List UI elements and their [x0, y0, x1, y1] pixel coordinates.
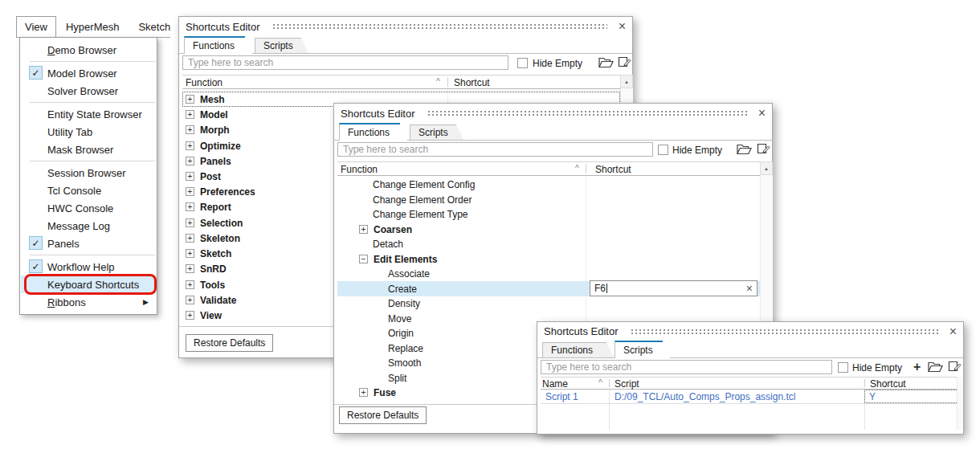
tree-item-label[interactable]: SnRD: [200, 263, 227, 275]
expand-icon[interactable]: +: [186, 141, 194, 150]
restore-defaults-button[interactable]: Restore Defaults: [339, 406, 427, 424]
menu-item-solver-browser[interactable]: Solver Browser: [21, 82, 156, 100]
collapse-icon[interactable]: −: [359, 255, 368, 263]
tree-item-label[interactable]: Selection: [200, 218, 243, 229]
menu-item-keyboard-shortcuts[interactable]: Keyboard Shortcuts: [21, 276, 156, 293]
tree-item-label[interactable]: Skeleton: [200, 233, 240, 244]
tree-item-label[interactable]: Mesh: [200, 94, 225, 105]
hide-empty-checkbox[interactable]: [517, 58, 528, 68]
expand-icon[interactable]: +: [186, 280, 194, 289]
tree-row-change-element-config[interactable]: Change Element Config: [337, 177, 760, 192]
hide-empty-checkbox[interactable]: [658, 145, 668, 155]
column-header-name[interactable]: Name: [542, 378, 568, 390]
scrollbar-track[interactable]: [957, 377, 963, 430]
menu-item-panels[interactable]: ✓ Panels: [21, 235, 156, 252]
menu-item-session-browser[interactable]: Session Browser: [21, 164, 156, 182]
tree-item-label[interactable]: Change Element Order: [373, 194, 472, 206]
tree-item-label[interactable]: Coarsen: [374, 224, 412, 235]
menu-view[interactable]: View: [16, 16, 56, 37]
search-input[interactable]: [182, 55, 508, 70]
tree-item-label[interactable]: Move: [388, 313, 411, 325]
expand-icon[interactable]: +: [186, 157, 194, 165]
script-path-cell[interactable]: D:/09_TCL/Auto_Comps_Props_assign.tcl: [615, 391, 795, 402]
drag-handle-dots[interactable]: [631, 329, 938, 336]
tab-functions[interactable]: Functions: [542, 342, 606, 357]
tree-row-density[interactable]: Density: [337, 296, 760, 311]
column-header-function[interactable]: Function: [186, 77, 223, 88]
tree-item-label[interactable]: Panels: [200, 156, 231, 167]
restore-defaults-button[interactable]: Restore Defaults: [186, 334, 273, 352]
tree-row-detach[interactable]: Detach: [337, 236, 760, 251]
tree-item-label[interactable]: Density: [388, 298, 420, 309]
menu-item-ribbons[interactable]: Ribbons ▶: [21, 293, 156, 311]
expand-icon[interactable]: +: [186, 311, 194, 320]
expand-icon[interactable]: +: [186, 296, 194, 304]
tree-item-label[interactable]: Split: [388, 373, 406, 384]
scroll-up-button[interactable]: ▲: [760, 161, 773, 175]
menu-item-tcl-console[interactable]: Tcl Console: [21, 182, 156, 199]
tab-functions[interactable]: Functions: [339, 123, 400, 141]
close-icon[interactable]: ×: [758, 107, 766, 120]
column-header-script[interactable]: Script: [615, 378, 639, 390]
menu-item-message-log[interactable]: Message Log: [21, 217, 156, 235]
close-icon[interactable]: ×: [949, 325, 957, 338]
search-input[interactable]: [337, 142, 653, 157]
expand-icon[interactable]: +: [186, 187, 194, 196]
clear-icon[interactable]: ×: [746, 283, 753, 294]
open-folder-icon[interactable]: [598, 57, 614, 68]
export-shortcuts-icon[interactable]: [617, 56, 632, 68]
open-folder-icon[interactable]: [928, 361, 943, 373]
tree-item-label[interactable]: View: [200, 310, 222, 321]
tree-item-label[interactable]: Change Element Config: [373, 179, 475, 190]
menu-item-demo-browser[interactable]: Demo Browser: [21, 41, 156, 59]
column-header-function[interactable]: Function: [341, 164, 378, 175]
tree-row-change-element-type[interactable]: Change Element Type: [337, 206, 760, 222]
titlebar[interactable]: Shortcuts Editor ×: [334, 104, 772, 123]
tree-item-label[interactable]: Replace: [388, 343, 423, 354]
tree-item-label[interactable]: Post: [200, 171, 221, 182]
expand-icon[interactable]: +: [186, 125, 194, 134]
tree-item-label[interactable]: Smooth: [388, 357, 421, 369]
tree-item-label[interactable]: Detach: [373, 239, 403, 250]
menu-item-model-browser[interactable]: ✓ Model Browser: [21, 64, 156, 82]
menu-item-mask-browser[interactable]: Mask Browser: [21, 141, 156, 158]
drag-handle-dots[interactable]: [273, 24, 607, 31]
tree-item-label[interactable]: Report: [200, 202, 231, 213]
tree-item-label[interactable]: Edit Elements: [374, 254, 437, 265]
column-divider[interactable]: [586, 164, 586, 173]
expand-icon[interactable]: +: [186, 172, 194, 181]
expand-icon[interactable]: +: [186, 264, 194, 273]
tree-item-label[interactable]: Origin: [388, 328, 414, 339]
tab-scripts[interactable]: Scripts: [410, 124, 456, 140]
tree-item-label[interactable]: Model: [200, 109, 228, 120]
tree-row-coarsen[interactable]: +Coarsen: [337, 222, 760, 237]
tree-row-edit-elements[interactable]: −Edit Elements: [337, 251, 760, 267]
hide-empty-checkbox[interactable]: [838, 362, 848, 373]
close-icon[interactable]: ×: [619, 20, 626, 33]
add-script-icon[interactable]: +: [913, 361, 921, 373]
export-shortcuts-icon[interactable]: [947, 361, 962, 373]
tree-item-label[interactable]: Preferences: [200, 186, 255, 198]
scroll-up-button[interactable]: ▲: [620, 75, 633, 88]
expand-icon[interactable]: +: [186, 234, 194, 243]
column-divider[interactable]: [447, 77, 448, 87]
tab-functions[interactable]: Functions: [184, 36, 245, 54]
titlebar[interactable]: Shortcuts Editor ×: [537, 322, 963, 341]
tree-row-change-element-order[interactable]: Change Element Order: [337, 192, 760, 207]
expand-icon[interactable]: +: [186, 218, 194, 227]
expand-icon[interactable]: +: [359, 388, 368, 397]
column-divider[interactable]: [864, 379, 865, 387]
expand-icon[interactable]: +: [186, 95, 194, 104]
shortcut-input[interactable]: F6 ×: [590, 280, 757, 296]
column-header-shortcut[interactable]: Shortcut: [870, 378, 906, 390]
tab-scripts[interactable]: Scripts: [255, 38, 301, 53]
search-input[interactable]: [541, 360, 832, 374]
tree-row-associate[interactable]: Associate: [337, 266, 760, 281]
tree-item-label[interactable]: Validate: [200, 295, 236, 306]
menu-item-workflow-help[interactable]: ✓ Workflow Help: [21, 258, 156, 276]
tree-item-label[interactable]: Optimize: [200, 141, 241, 152]
tree-item-label[interactable]: Change Element Type: [373, 209, 468, 220]
script-name-cell[interactable]: Script 1: [545, 391, 578, 402]
menu-hypermesh[interactable]: HyperMesh: [56, 16, 129, 37]
column-divider[interactable]: [609, 379, 610, 387]
